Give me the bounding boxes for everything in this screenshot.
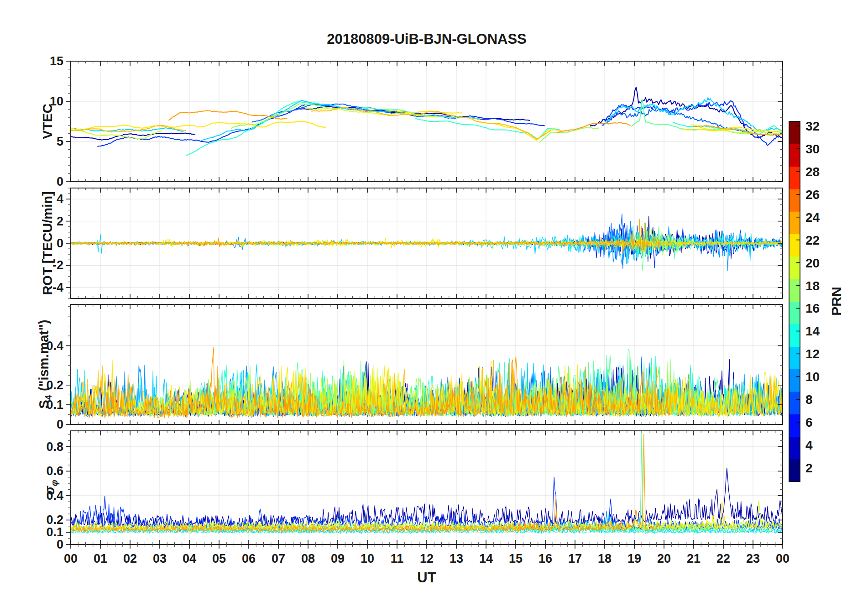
series-line [71, 121, 326, 130]
colorbar-tick-label: 18 [805, 279, 820, 293]
colorbar-label-prn: PRN [829, 287, 844, 315]
panel-s4: 00.10.20.4 [46, 304, 783, 431]
colorbar-segment [789, 324, 800, 347]
x-tick-label: 20 [657, 552, 671, 565]
colorbar-tick-label: 4 [805, 438, 813, 452]
grid-vtec [71, 61, 783, 182]
x-tick-label: 01 [94, 552, 107, 565]
x-tick-label: 04 [183, 552, 196, 565]
ylabel-sigma-phi: σφ [42, 480, 60, 495]
panel-rot: -4-2024 [52, 188, 783, 298]
series-line [71, 219, 660, 252]
colorbar-tick-label: 22 [805, 233, 820, 247]
colorbar-tick-label: 32 [805, 119, 820, 133]
y-tick-label: 0 [57, 538, 63, 551]
y-tick-label: 5 [57, 135, 63, 148]
colorbar-segment [789, 302, 800, 324]
ticks-vtec [66, 61, 783, 182]
y-tick-label: 0.8 [46, 440, 63, 454]
colorbar-tick-label: 30 [805, 142, 820, 156]
chart-title: 20180809-UiB-BJN-GLONASS [71, 31, 783, 47]
x-tick-label: 21 [687, 552, 701, 565]
colorbar-segment [789, 211, 800, 234]
x-tick-label: 02 [123, 552, 137, 565]
colorbar-tick-label: 2 [805, 461, 813, 475]
y-tick-label: 0.2 [46, 513, 63, 527]
colorbar-tick-label: 20 [805, 256, 820, 270]
colorbar-segment [789, 369, 800, 392]
colorbar-segment [789, 144, 800, 167]
colorbar-tick-label: 10 [805, 370, 820, 384]
x-tick-label: 13 [450, 552, 463, 565]
colorbar-segment [789, 414, 800, 437]
x-tick-label: 16 [539, 552, 552, 565]
series-line [305, 108, 438, 117]
x-tick-label: 00 [64, 552, 78, 565]
colorbar-tick-label: 12 [805, 347, 820, 361]
x-tick-label: 06 [242, 552, 256, 565]
y-tick-label: 4 [57, 192, 63, 206]
colorbar-tick-label: 14 [805, 324, 820, 338]
colorbar-segment [789, 459, 800, 482]
colorbar-tick-label: 24 [805, 210, 820, 225]
y-tick-label: 15 [50, 54, 63, 68]
ylabel-s4-rest: ("ism.mat") [37, 320, 51, 395]
x-tick-label: 18 [598, 552, 612, 565]
x-tick-label: 03 [153, 552, 167, 565]
ylabel-sigma-main: σ [42, 486, 57, 495]
x-tick-label: 11 [391, 552, 404, 565]
y-tick-label: 0.1 [46, 525, 63, 539]
series-line [590, 87, 782, 138]
series-line [201, 100, 391, 141]
colorbar-segment [789, 167, 800, 189]
minor-ticks-vtec [68, 61, 783, 182]
colorbar-tick-label: 6 [805, 415, 813, 429]
colorbar-segment [789, 392, 800, 414]
series-line [557, 123, 631, 133]
ylabel-sigma-sub: φ [49, 480, 59, 486]
xlabel-ut: UT [71, 570, 783, 586]
colorbar-segment [789, 234, 800, 257]
plot-canvas: 051015-4-202400.10.20.400.10.20.40.60.80… [0, 0, 868, 607]
x-tick-label: 19 [627, 552, 641, 565]
colorbar-segment [789, 279, 800, 302]
colorbar-tick-label: 16 [805, 301, 820, 315]
y-tick-label: 0 [57, 175, 63, 188]
ylabel-s4: S4 ("ism.mat") [37, 320, 54, 409]
x-tick-labels: 0001020304050607080910111213141516171819… [64, 552, 790, 565]
x-tick-label: 10 [361, 552, 374, 565]
x-tick-label: 17 [568, 552, 582, 565]
colorbar-segment [789, 346, 800, 369]
x-tick-label: 05 [212, 552, 226, 565]
colorbar-segment [789, 189, 800, 212]
x-tick-label: 07 [272, 552, 285, 565]
colorbar-segment [789, 121, 800, 144]
y-tick-label: 0 [57, 418, 63, 431]
ylabel-vtec: VTEC [40, 104, 55, 139]
ylabel-s4-sub: 4 [43, 395, 53, 400]
x-tick-label: 08 [301, 552, 315, 565]
colorbar-segment [789, 256, 800, 279]
y-tick-label: 2 [57, 215, 63, 228]
series-line [415, 119, 559, 139]
colorbar-tick-label: 28 [805, 165, 820, 179]
colorbar: 2468101214161820222426283032 [789, 119, 820, 482]
panel-sigma: 00.10.20.40.60.8 [46, 431, 783, 551]
panel-vtec: 051015 [50, 54, 783, 188]
x-tick-label: 22 [716, 552, 730, 565]
x-tick-label: 12 [420, 552, 434, 565]
colorbar-segment [789, 436, 800, 459]
x-tick-label: 00 [776, 552, 790, 565]
x-tick-label: 14 [479, 552, 493, 565]
colorbar-tick-label: 26 [805, 188, 820, 202]
colorbar-tick-label: 8 [805, 392, 813, 407]
ylabel-s4-main: S [37, 400, 51, 408]
x-tick-label: 23 [746, 552, 760, 565]
y-tick-label: 0.6 [46, 464, 63, 478]
x-tick-label: 15 [509, 552, 523, 565]
x-tick-label: 09 [331, 552, 345, 565]
figure: 20180809-UiB-BJN-GLONASS VTEC ROT [TECU/… [0, 0, 868, 607]
y-tick-label: 0 [57, 236, 63, 250]
ylabel-rot: ROT [TECU/min] [40, 191, 55, 295]
